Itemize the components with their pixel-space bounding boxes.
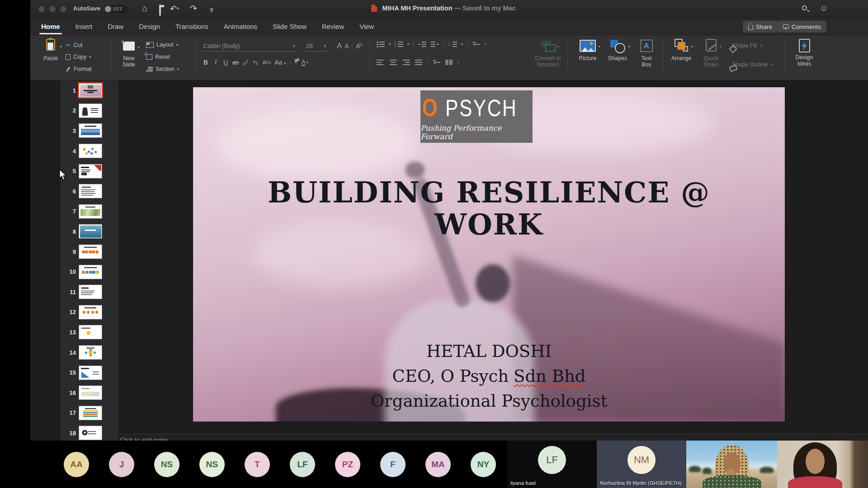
slide-thumbnail-row[interactable]: 7 [61, 202, 118, 222]
undo-icon[interactable]: ↶▾ [169, 4, 180, 14]
opsych-logo[interactable]: O PSYCH Pushing Performance Forward [420, 90, 533, 143]
underline-button[interactable]: U [221, 59, 230, 66]
picture-button[interactable]: ▾ Picture [575, 39, 601, 61]
slide-thumbnail-row[interactable]: 12 [61, 302, 118, 323]
font-name-select[interactable]: Calibri (Body)▾ [201, 41, 297, 52]
slide-thumbnail-row[interactable]: 13 [61, 322, 118, 343]
increase-indent-button[interactable] [430, 41, 439, 48]
font-size-select[interactable]: 28▾ [304, 41, 328, 52]
format-painter-button[interactable]: Format [66, 66, 92, 72]
quick-styles-button[interactable]: ▾ Quick Styles [698, 39, 724, 68]
slide-thumbnail-row[interactable]: 16 [61, 383, 118, 403]
slide-author-textbox[interactable]: HETAL DOSHI CEO, O PsychSdn Bhd Organiza… [193, 339, 785, 413]
slide-thumbnail[interactable] [79, 305, 102, 319]
slide-thumbnail-row[interactable]: 18 [61, 423, 118, 443]
share-button[interactable]: Share [743, 21, 778, 33]
ribbon-tab[interactable]: Home [41, 23, 60, 30]
slide-thumbnail-row[interactable]: 5 [61, 161, 118, 181]
slide-thumbnail[interactable] [79, 386, 102, 399]
ribbon-tab[interactable]: Draw [108, 23, 123, 30]
align-center-button[interactable] [389, 59, 398, 66]
home-icon[interactable]: ⌂ [139, 4, 151, 14]
slide-thumbnail-row[interactable]: 10 [61, 262, 118, 282]
slide-title-textbox[interactable]: BUILDING RESILIENCE @ WORK [193, 177, 785, 241]
slide-thumbnail-row[interactable]: 9 [61, 242, 118, 262]
character-spacing-button[interactable]: AV▾ [261, 60, 273, 65]
subscript-button[interactable]: x2 [251, 59, 260, 66]
slide-thumbnail[interactable] [79, 366, 102, 380]
slide-thumbnail-row[interactable]: 4 [61, 141, 118, 161]
slide-thumbnail[interactable] [79, 426, 102, 440]
slide-thumbnail[interactable] [79, 265, 102, 279]
slide-thumbnail[interactable] [79, 325, 102, 339]
cut-button[interactable]: ✂Cut [66, 42, 82, 49]
shrink-font-button[interactable]: A [344, 42, 349, 50]
ribbon-tab[interactable]: Slide Show [273, 23, 307, 30]
font-color-button[interactable]: A [302, 59, 306, 66]
slide-thumbnail[interactable] [79, 346, 102, 359]
change-case-button[interactable]: Aa ▾ [274, 59, 287, 66]
clear-formatting-button[interactable]: A⌫ [356, 42, 360, 50]
superscript-button[interactable]: x2 [241, 59, 250, 66]
slide-thumbnail[interactable] [79, 144, 102, 158]
shape-outline-button[interactable]: Shape Outline▾ [729, 61, 773, 68]
design-ideas-button[interactable]: Design Ideas [791, 39, 818, 67]
search-icon[interactable] [802, 5, 807, 10]
arrange-button[interactable]: ▾ Arrange [668, 39, 695, 61]
shape-fill-button[interactable]: Shape Fill▾ [729, 42, 762, 49]
window-minimize-button[interactable] [49, 6, 56, 12]
slide-thumbnail-row[interactable]: 11 [61, 282, 118, 302]
redo-icon[interactable]: ↷ [188, 4, 199, 14]
slide-thumbnail[interactable] [79, 104, 102, 117]
copy-button[interactable]: Copy▾ [66, 54, 91, 60]
slide-thumbnail[interactable] [79, 225, 102, 238]
bold-button[interactable]: B [201, 59, 210, 66]
autosave-toggle[interactable]: OFF [104, 5, 127, 13]
ribbon-tab[interactable]: View [359, 23, 374, 30]
section-button[interactable]: Section▾ [146, 66, 179, 72]
grow-font-button[interactable]: A [337, 42, 342, 51]
new-slide-button[interactable]: ▾ New Slide [117, 39, 141, 68]
slide-thumbnail[interactable] [79, 164, 102, 178]
shapes-button[interactable]: ▾ Shapes [604, 39, 631, 61]
paste-button[interactable]: ▾ Paste [40, 39, 61, 61]
slide-thumbnail[interactable] [79, 406, 102, 420]
window-zoom-button[interactable] [60, 6, 66, 12]
comments-button[interactable]: Comments [778, 21, 826, 33]
decrease-indent-button[interactable] [418, 41, 427, 48]
slide-thumbnail-row[interactable]: 17 [61, 403, 118, 423]
save-icon[interactable] [154, 5, 166, 15]
text-box-button[interactable]: A Text Box [634, 39, 659, 68]
slide-canvas[interactable]: O PSYCH Pushing Performance Forward BUIL… [193, 87, 785, 422]
align-right-button[interactable] [401, 59, 410, 66]
text-direction-button[interactable] [472, 41, 481, 48]
align-text-button[interactable] [432, 59, 441, 66]
ribbon-tab[interactable]: Transitions [175, 23, 208, 30]
ribbon-tab[interactable]: Animations [224, 23, 257, 30]
slide-thumbnail-row[interactable]: 15 [61, 362, 118, 383]
layout-button[interactable]: Layout▾ [146, 42, 178, 48]
slide-thumbnail[interactable] [79, 84, 102, 97]
bullets-button[interactable] [376, 41, 385, 48]
slide-thumbnail[interactable] [79, 245, 102, 258]
reset-button[interactable]: Reset [146, 54, 170, 60]
convert-smartart-button[interactable]: ▾ Convert to SmartArt [521, 39, 575, 68]
slide-thumbnail[interactable] [79, 205, 102, 218]
justify-button[interactable] [414, 59, 423, 66]
align-left-button[interactable] [376, 59, 385, 66]
slide-thumbnail-row[interactable]: 6 [61, 181, 118, 202]
feedback-smiley-icon[interactable]: ☺ [820, 3, 828, 13]
ribbon-tab[interactable]: Review [322, 23, 344, 30]
numbering-button[interactable] [395, 41, 404, 48]
slide-thumbnail[interactable] [79, 124, 102, 137]
slide-thumbnail-row[interactable]: 1 [61, 80, 118, 101]
slide-thumbnail-row[interactable]: 2 [61, 101, 118, 121]
slide-thumbnail-row[interactable]: 8 [61, 221, 118, 242]
italic-button[interactable]: I [211, 59, 220, 66]
slide-thumbnail[interactable] [79, 285, 102, 299]
slide-thumbnail-row[interactable]: 14 [61, 343, 118, 363]
columns-button[interactable] [444, 59, 453, 66]
window-close-button[interactable] [38, 6, 45, 12]
ribbon-tab[interactable]: Insert [75, 23, 93, 30]
slide-thumbnail[interactable] [79, 184, 102, 198]
